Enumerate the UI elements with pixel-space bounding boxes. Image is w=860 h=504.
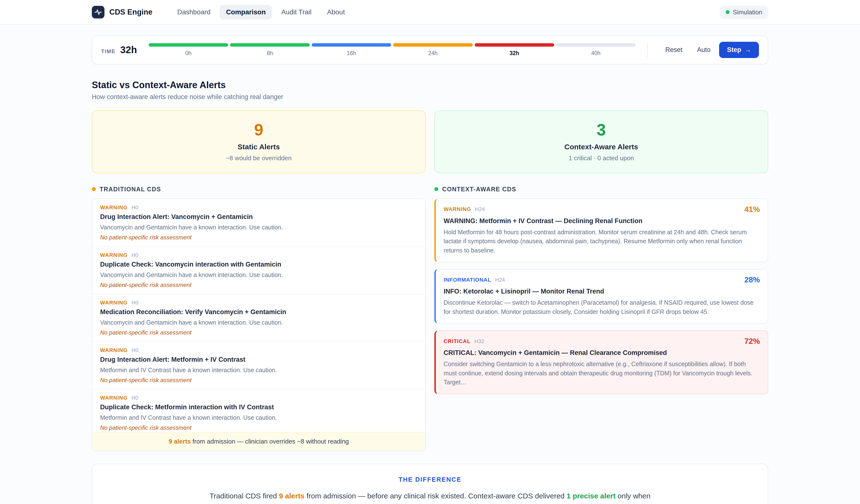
time-value: 32h (120, 44, 137, 55)
alert-note: No patient-specific risk assessment (100, 424, 417, 431)
page-subtitle: How context-aware alerts reduce noise wh… (92, 93, 768, 101)
alert-title: Medication Reconciliation: Verify Vancom… (100, 308, 417, 316)
nav-audit-trail[interactable]: Audit Trail (275, 5, 318, 19)
tick-32h-current: 32h (475, 50, 554, 57)
phase-segment-24h (393, 43, 473, 47)
alert-title: WARNING: Metformin + IV Contrast — Decli… (444, 217, 760, 225)
traditional-alert-row: WARNING H0 Duplicate Check: Vancomycin i… (92, 246, 425, 294)
nav-comparison[interactable]: Comparison (220, 5, 272, 19)
main-nav: Dashboard Comparison Audit Trail About (171, 5, 351, 19)
green-dot-icon (434, 187, 438, 191)
alert-title: Drug Interaction Alert: Vancomycin + Gen… (100, 213, 417, 221)
timeline-track: 0h 8h 16h 24h 32h 40h (149, 43, 636, 57)
step-button-label: Step (727, 46, 741, 54)
step-button[interactable]: Step → (719, 42, 759, 58)
severity-badge: WARNING (100, 395, 128, 401)
alert-title: INFO: Ketorolac + Lisinopril — Monitor R… (444, 288, 760, 295)
time-display: TIME 32h (101, 44, 137, 55)
traditional-heading-label: TRADITIONAL CDS (100, 186, 161, 193)
phase-segment-0h (149, 43, 228, 47)
status-dot-icon (726, 10, 730, 14)
traditional-alert-row: WARNING H0 Duplicate Check: Metformin in… (92, 389, 425, 436)
alert-hour: H0 (131, 395, 138, 401)
alert-hour: H0 (131, 252, 138, 258)
alert-hour: H24 (495, 277, 505, 283)
alert-hour: H0 (131, 204, 138, 211)
auto-button[interactable]: Auto (691, 42, 716, 58)
alert-hour: H24 (475, 206, 485, 212)
severity-badge: WARNING (100, 300, 128, 306)
static-alerts-count: 9 (100, 121, 417, 139)
risk-percentage: 28% (744, 275, 760, 284)
timeline-controls: Reset Auto Step → (659, 42, 759, 58)
context-aware-heading-label: CONTEXT-AWARE CDS (442, 186, 516, 193)
alert-note: No patient-specific risk assessment (100, 234, 417, 241)
alert-note: No patient-specific risk assessment (100, 329, 417, 336)
risk-percentage: 72% (744, 337, 760, 346)
reset-button[interactable]: Reset (659, 42, 688, 58)
context-aware-heading: CONTEXT-AWARE CDS (434, 186, 768, 193)
phase-segment-16h (312, 43, 391, 47)
phase-bar (149, 43, 636, 47)
phase-segment-32h (475, 43, 554, 47)
traditional-heading: TRADITIONAL CDS (92, 186, 426, 193)
context-alert-card-critical: CRITICAL H32 72% CRITICAL: Vancomycin + … (434, 330, 768, 394)
arrow-right-icon: → (745, 46, 751, 54)
severity-badge: WARNING (100, 204, 128, 211)
difference-text: from admission — before any clinical ris… (304, 492, 567, 500)
page-title: Static vs Context-Aware Alerts (92, 80, 768, 90)
alert-title: CRITICAL: Vancomycin + Gentamicin — Rena… (444, 349, 760, 357)
phase-segment-40h (556, 43, 635, 47)
tick-labels: 0h 8h 16h 24h 32h 40h (149, 50, 636, 57)
traditional-summary-banner: 9 alerts from admission — clinician over… (92, 432, 425, 450)
context-alerts-count: 3 (443, 121, 760, 139)
alert-description: Metformin and IV Contrast have a known i… (100, 366, 417, 374)
difference-heading: THE DIFFERENCE (107, 476, 753, 483)
top-bar: CDS Engine Dashboard Comparison Audit Tr… (0, 0, 860, 25)
context-aware-column: CONTEXT-AWARE CDS WARNING H24 41% WARNIN… (434, 186, 768, 401)
stat-cards: 9 Static Alerts ~8 would be overridden 3… (92, 110, 768, 173)
alert-title: Duplicate Check: Vancomycin interaction … (100, 261, 417, 268)
simulation-badge: Simulation (720, 5, 768, 19)
phase-segment-8h (230, 43, 310, 47)
alert-title: Duplicate Check: Metformin interaction w… (100, 403, 417, 411)
app-logo (92, 6, 104, 18)
timeline-card: TIME 32h 0h 8h 16h 24h 32h 40h Re (92, 35, 768, 64)
severity-badge: WARNING (100, 252, 128, 258)
alert-description: Discontinue Ketorolac — switch to Acetam… (444, 298, 760, 316)
difference-body: Traditional CDS fired 9 alerts from admi… (206, 490, 654, 504)
difference-text: Traditional CDS fired (210, 492, 279, 500)
tick-24h: 24h (393, 50, 473, 57)
difference-summary-card: THE DIFFERENCE Traditional CDS fired 9 a… (92, 464, 768, 504)
alert-hour: H32 (474, 338, 484, 344)
context-alerts-note: 1 critical · 0 acted upon (443, 154, 760, 162)
alert-description: Hold Metformin for 48 hours post-contras… (444, 228, 760, 255)
severity-badge: WARNING (444, 206, 471, 212)
tick-8h: 8h (230, 50, 310, 57)
alert-count-highlight: 9 alerts (169, 438, 191, 445)
precise-alert-highlight: 1 precise alert (567, 492, 616, 500)
alert-description: Vancomycin and Gentamicin have a known i… (100, 271, 417, 279)
simulation-badge-label: Simulation (733, 9, 762, 16)
alert-note: No patient-specific risk assessment (100, 282, 417, 288)
nav-about[interactable]: About (321, 5, 351, 19)
app-title: CDS Engine (109, 8, 152, 16)
summary-text: from admission — clinician overrides ~8 … (191, 438, 349, 445)
severity-badge: INFORMATIONAL (444, 277, 491, 283)
traditional-alert-row: WARNING H0 Medication Reconciliation: Ve… (92, 294, 425, 341)
pulse-icon (94, 8, 102, 16)
static-alerts-label: Static Alerts (100, 143, 417, 151)
alert-note: No patient-specific risk assessment (100, 377, 417, 384)
traditional-alert-row: WARNING H0 Drug Interaction Alert: Vanco… (92, 199, 425, 246)
traditional-alert-row: WARNING H0 Drug Interaction Alert: Metfo… (92, 341, 425, 389)
static-alerts-note: ~8 would be overridden (100, 154, 417, 162)
alert-description: Metformin and IV Contrast have a known i… (100, 413, 417, 422)
brand[interactable]: CDS Engine (92, 6, 152, 18)
tick-40h: 40h (556, 50, 635, 57)
severity-badge: WARNING (100, 347, 128, 354)
nine-alerts-highlight: 9 alerts (279, 492, 304, 500)
alert-hour: H0 (131, 347, 138, 354)
alert-description: Vancomycin and Gentamicin have a known i… (100, 318, 417, 327)
nav-dashboard[interactable]: Dashboard (171, 5, 217, 19)
divider (647, 43, 648, 57)
